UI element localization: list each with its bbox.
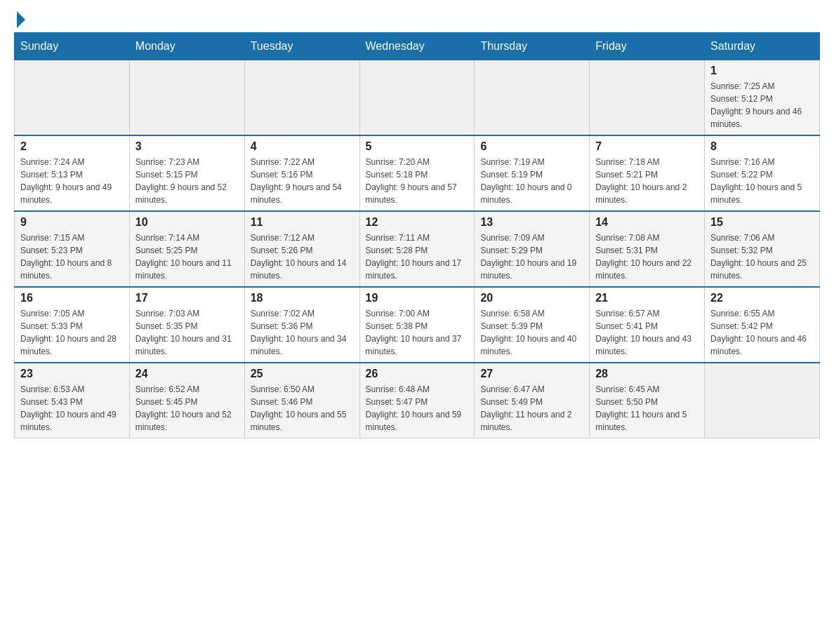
day-number: 6 bbox=[480, 140, 583, 153]
day-info: Sunrise: 7:19 AMSunset: 5:19 PMDaylight:… bbox=[480, 156, 583, 206]
calendar-day-cell: 26Sunrise: 6:48 AMSunset: 5:47 PMDayligh… bbox=[359, 363, 475, 438]
weekday-header-tuesday: Tuesday bbox=[244, 33, 359, 60]
calendar-day-cell: 24Sunrise: 6:52 AMSunset: 5:45 PMDayligh… bbox=[129, 363, 244, 438]
day-number: 10 bbox=[135, 216, 239, 229]
day-info: Sunrise: 7:16 AMSunset: 5:22 PMDaylight:… bbox=[710, 156, 814, 206]
day-info: Sunrise: 7:15 AMSunset: 5:23 PMDaylight:… bbox=[20, 232, 124, 282]
day-number: 22 bbox=[710, 292, 814, 304]
day-number: 21 bbox=[595, 292, 699, 304]
calendar-day-cell bbox=[244, 60, 359, 136]
calendar-table: SundayMondayTuesdayWednesdayThursdayFrid… bbox=[14, 32, 820, 438]
calendar-day-cell: 10Sunrise: 7:14 AMSunset: 5:25 PMDayligh… bbox=[129, 211, 244, 287]
calendar-week-row: 2Sunrise: 7:24 AMSunset: 5:13 PMDaylight… bbox=[15, 135, 820, 211]
day-info: Sunrise: 6:58 AMSunset: 5:39 PMDaylight:… bbox=[480, 307, 583, 358]
day-info: Sunrise: 7:18 AMSunset: 5:21 PMDaylight:… bbox=[595, 156, 699, 206]
day-info: Sunrise: 7:05 AMSunset: 5:33 PMDaylight:… bbox=[20, 307, 124, 358]
calendar-day-cell bbox=[359, 60, 475, 136]
weekday-header-saturday: Saturday bbox=[705, 33, 820, 60]
calendar-day-cell bbox=[475, 60, 590, 136]
day-number: 12 bbox=[366, 216, 469, 229]
day-info: Sunrise: 7:22 AMSunset: 5:16 PMDaylight:… bbox=[251, 156, 354, 206]
day-info: Sunrise: 6:52 AMSunset: 5:45 PMDaylight:… bbox=[135, 383, 239, 434]
day-number: 3 bbox=[135, 140, 239, 153]
day-number: 15 bbox=[710, 216, 814, 229]
day-info: Sunrise: 7:11 AMSunset: 5:28 PMDaylight:… bbox=[366, 232, 469, 282]
calendar-day-cell: 13Sunrise: 7:09 AMSunset: 5:29 PMDayligh… bbox=[475, 211, 590, 287]
calendar-day-cell: 15Sunrise: 7:06 AMSunset: 5:32 PMDayligh… bbox=[705, 211, 820, 287]
day-number: 2 bbox=[20, 140, 124, 153]
calendar-day-cell: 1Sunrise: 7:25 AMSunset: 5:12 PMDaylight… bbox=[705, 60, 820, 136]
calendar-day-cell bbox=[129, 60, 244, 136]
calendar-day-cell: 5Sunrise: 7:20 AMSunset: 5:18 PMDaylight… bbox=[359, 135, 475, 211]
day-info: Sunrise: 6:53 AMSunset: 5:43 PMDaylight:… bbox=[20, 383, 124, 434]
day-number: 18 bbox=[251, 292, 354, 304]
day-info: Sunrise: 6:50 AMSunset: 5:46 PMDaylight:… bbox=[251, 383, 354, 434]
calendar-day-cell: 11Sunrise: 7:12 AMSunset: 5:26 PMDayligh… bbox=[244, 211, 359, 287]
day-number: 28 bbox=[595, 368, 699, 380]
calendar-day-cell bbox=[705, 363, 820, 438]
day-info: Sunrise: 7:03 AMSunset: 5:35 PMDaylight:… bbox=[135, 307, 239, 358]
day-info: Sunrise: 6:55 AMSunset: 5:42 PMDaylight:… bbox=[710, 307, 814, 358]
weekday-header-wednesday: Wednesday bbox=[359, 33, 475, 60]
calendar-day-cell: 19Sunrise: 7:00 AMSunset: 5:38 PMDayligh… bbox=[359, 287, 475, 363]
day-number: 26 bbox=[366, 368, 469, 380]
day-info: Sunrise: 6:48 AMSunset: 5:47 PMDaylight:… bbox=[366, 383, 469, 434]
day-number: 4 bbox=[251, 140, 354, 153]
calendar-day-cell: 12Sunrise: 7:11 AMSunset: 5:28 PMDayligh… bbox=[359, 211, 475, 287]
day-number: 13 bbox=[480, 216, 583, 229]
day-number: 27 bbox=[480, 368, 583, 380]
day-info: Sunrise: 7:23 AMSunset: 5:15 PMDaylight:… bbox=[135, 156, 239, 206]
day-info: Sunrise: 7:14 AMSunset: 5:25 PMDaylight:… bbox=[135, 232, 239, 282]
day-info: Sunrise: 7:06 AMSunset: 5:32 PMDaylight:… bbox=[710, 232, 814, 282]
day-number: 23 bbox=[20, 368, 124, 380]
page-header bbox=[14, 14, 820, 25]
weekday-header-thursday: Thursday bbox=[475, 33, 590, 60]
day-number: 11 bbox=[251, 216, 354, 229]
day-number: 19 bbox=[366, 292, 469, 304]
day-info: Sunrise: 7:02 AMSunset: 5:36 PMDaylight:… bbox=[251, 307, 354, 358]
calendar-day-cell: 28Sunrise: 6:45 AMSunset: 5:50 PMDayligh… bbox=[590, 363, 705, 438]
day-info: Sunrise: 7:08 AMSunset: 5:31 PMDaylight:… bbox=[595, 232, 699, 282]
calendar-day-cell: 9Sunrise: 7:15 AMSunset: 5:23 PMDaylight… bbox=[15, 211, 130, 287]
calendar-day-cell: 27Sunrise: 6:47 AMSunset: 5:49 PMDayligh… bbox=[475, 363, 590, 438]
day-info: Sunrise: 6:47 AMSunset: 5:49 PMDaylight:… bbox=[480, 383, 583, 434]
weekday-header-monday: Monday bbox=[129, 33, 244, 60]
weekday-header-row: SundayMondayTuesdayWednesdayThursdayFrid… bbox=[15, 33, 820, 60]
day-number: 5 bbox=[366, 140, 469, 153]
day-number: 25 bbox=[251, 368, 354, 380]
weekday-header-sunday: Sunday bbox=[15, 33, 130, 60]
calendar-day-cell: 18Sunrise: 7:02 AMSunset: 5:36 PMDayligh… bbox=[244, 287, 359, 363]
day-number: 16 bbox=[20, 292, 124, 304]
calendar-day-cell: 16Sunrise: 7:05 AMSunset: 5:33 PMDayligh… bbox=[15, 287, 130, 363]
day-info: Sunrise: 7:12 AMSunset: 5:26 PMDaylight:… bbox=[251, 232, 354, 282]
day-number: 14 bbox=[595, 216, 699, 229]
calendar-day-cell: 21Sunrise: 6:57 AMSunset: 5:41 PMDayligh… bbox=[590, 287, 705, 363]
calendar-day-cell: 22Sunrise: 6:55 AMSunset: 5:42 PMDayligh… bbox=[705, 287, 820, 363]
day-info: Sunrise: 7:20 AMSunset: 5:18 PMDaylight:… bbox=[366, 156, 469, 206]
calendar-day-cell bbox=[15, 60, 130, 136]
logo bbox=[14, 14, 25, 25]
calendar-day-cell: 17Sunrise: 7:03 AMSunset: 5:35 PMDayligh… bbox=[129, 287, 244, 363]
day-info: Sunrise: 6:45 AMSunset: 5:50 PMDaylight:… bbox=[595, 383, 699, 434]
calendar-day-cell bbox=[590, 60, 705, 136]
day-number: 1 bbox=[710, 65, 814, 77]
day-number: 8 bbox=[710, 140, 814, 153]
calendar-day-cell: 6Sunrise: 7:19 AMSunset: 5:19 PMDaylight… bbox=[475, 135, 590, 211]
logo-arrow-icon bbox=[17, 11, 25, 28]
day-info: Sunrise: 7:09 AMSunset: 5:29 PMDaylight:… bbox=[480, 232, 583, 282]
calendar-day-cell: 3Sunrise: 7:23 AMSunset: 5:15 PMDaylight… bbox=[129, 135, 244, 211]
calendar-day-cell: 4Sunrise: 7:22 AMSunset: 5:16 PMDaylight… bbox=[244, 135, 359, 211]
day-number: 24 bbox=[135, 368, 239, 380]
day-info: Sunrise: 6:57 AMSunset: 5:41 PMDaylight:… bbox=[595, 307, 699, 358]
day-number: 9 bbox=[20, 216, 124, 229]
calendar-week-row: 16Sunrise: 7:05 AMSunset: 5:33 PMDayligh… bbox=[15, 287, 820, 363]
day-info: Sunrise: 7:25 AMSunset: 5:12 PMDaylight:… bbox=[710, 80, 814, 130]
calendar-day-cell: 20Sunrise: 6:58 AMSunset: 5:39 PMDayligh… bbox=[475, 287, 590, 363]
calendar-week-row: 9Sunrise: 7:15 AMSunset: 5:23 PMDaylight… bbox=[15, 211, 820, 287]
calendar-day-cell: 14Sunrise: 7:08 AMSunset: 5:31 PMDayligh… bbox=[590, 211, 705, 287]
calendar-day-cell: 23Sunrise: 6:53 AMSunset: 5:43 PMDayligh… bbox=[15, 363, 130, 438]
calendar-week-row: 1Sunrise: 7:25 AMSunset: 5:12 PMDaylight… bbox=[15, 60, 820, 136]
calendar-day-cell: 7Sunrise: 7:18 AMSunset: 5:21 PMDaylight… bbox=[590, 135, 705, 211]
calendar-day-cell: 25Sunrise: 6:50 AMSunset: 5:46 PMDayligh… bbox=[244, 363, 359, 438]
weekday-header-friday: Friday bbox=[590, 33, 705, 60]
